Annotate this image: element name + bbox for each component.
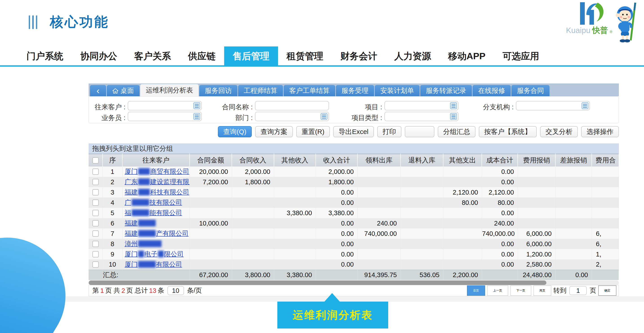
row-checkbox[interactable] xyxy=(92,179,99,185)
column-header-5[interactable]: 其他收入 xyxy=(274,154,316,166)
row-number-cell: 9 xyxy=(102,249,122,260)
grid-cell xyxy=(400,187,443,198)
toolbar-button-4[interactable]: 导出Excel xyxy=(333,126,374,137)
prev-page-button[interactable]: 上一页 xyxy=(487,286,508,296)
toolbar-button-10[interactable]: 选择操作 xyxy=(581,126,619,137)
list-picker-icon[interactable] xyxy=(582,102,588,109)
customer-link[interactable]: 厦门有限公司 xyxy=(125,261,182,268)
toolbar-button-7[interactable]: 分组汇总 xyxy=(438,126,476,137)
column-header-6[interactable]: 收入合计 xyxy=(316,154,358,166)
column-header-2[interactable]: 往来客户 xyxy=(122,154,190,166)
horizontal-scrollbar-thumb[interactable] xyxy=(89,280,546,285)
page-size-input[interactable]: 10 xyxy=(168,286,184,295)
row-checkbox[interactable] xyxy=(92,262,99,268)
nav-item-7[interactable]: 财务会计 xyxy=(332,46,386,66)
customer-link[interactable]: 广技有限公司 xyxy=(125,199,182,206)
row-checkbox[interactable] xyxy=(92,220,99,226)
row-checkbox[interactable] xyxy=(92,230,99,237)
column-header-11[interactable]: 费用报销 xyxy=(518,154,555,166)
row-checkbox[interactable] xyxy=(92,241,99,247)
filter-input-r1c4[interactable] xyxy=(516,101,590,110)
module-tab-2[interactable]: 运维利润分析表 xyxy=(140,84,198,96)
group-drop-zone[interactable]: 拖拽列头到这里以用它分组 xyxy=(89,144,619,154)
toolbar-button-8[interactable]: 按客户【系统】 xyxy=(479,126,537,137)
toolbar-button-5[interactable]: 打印 xyxy=(377,126,402,137)
row-checkbox[interactable] xyxy=(92,210,99,216)
customer-link[interactable]: 厦门商贸有限公司 xyxy=(125,168,190,175)
module-tab-4[interactable]: 工程师结算 xyxy=(238,85,283,96)
list-picker-icon[interactable] xyxy=(450,102,457,109)
module-tab-5[interactable]: 客户工单结算 xyxy=(284,85,335,96)
list-picker-icon[interactable] xyxy=(194,102,200,109)
goto-page-input[interactable]: 1 xyxy=(569,286,587,295)
confirm-button[interactable]: 确定 xyxy=(598,286,616,296)
list-picker-icon[interactable] xyxy=(450,113,457,120)
nav-item-10[interactable]: 可选应用 xyxy=(494,46,548,66)
module-tab-9[interactable]: 在线报修 xyxy=(472,85,511,96)
list-picker-icon[interactable] xyxy=(194,113,200,120)
summary-cell: 2,200.00 xyxy=(443,270,482,280)
customer-link[interactable]: 厦门电子限公司 xyxy=(125,250,184,258)
query-button[interactable]: 查询(Q) xyxy=(218,126,252,137)
first-page-button[interactable]: 首页 xyxy=(467,286,485,296)
filter-input-r2c1[interactable] xyxy=(128,112,202,121)
toolbar-button-9[interactable]: 交叉分析 xyxy=(540,126,578,137)
module-tab-3[interactable]: 服务回访 xyxy=(199,85,238,96)
column-header-1[interactable]: 序 xyxy=(102,154,122,166)
filter-input-r1c1[interactable] xyxy=(128,101,202,110)
nav-item-5[interactable]: 售后管理 xyxy=(224,46,278,66)
next-page-button[interactable]: 下一页 xyxy=(510,286,531,296)
tab-back-button[interactable]: ‹ xyxy=(90,85,106,96)
customer-link[interactable]: 福建产有限公司 xyxy=(125,230,189,237)
row-checkbox[interactable] xyxy=(92,251,99,258)
customer-link[interactable]: 福建 xyxy=(125,220,156,227)
filter-input-r1c2[interactable] xyxy=(255,101,329,110)
grid-cell xyxy=(400,208,443,218)
nav-item-1[interactable]: 门户系统 xyxy=(18,46,72,66)
filter-input-r2c2[interactable] xyxy=(255,112,329,121)
column-header-9[interactable]: 其他支出 xyxy=(443,154,482,166)
grid-cell xyxy=(358,166,400,177)
module-tab-6[interactable]: 服务受理 xyxy=(336,85,374,96)
grid-cell: 740,000.00 xyxy=(482,228,518,239)
customer-link[interactable]: 广东建设监理有限... xyxy=(125,178,190,185)
list-picker-icon[interactable] xyxy=(321,113,328,120)
nav-item-3[interactable]: 客户关系 xyxy=(126,46,180,66)
module-tab-1[interactable]: 桌面 xyxy=(107,85,140,96)
column-header-3[interactable]: 合同金额 xyxy=(190,154,232,166)
grid-cell xyxy=(592,208,619,218)
column-header-7[interactable]: 领料出库 xyxy=(358,154,400,166)
module-tab-8[interactable]: 服务转派记录 xyxy=(420,85,472,96)
filter-input-r2c3[interactable] xyxy=(384,112,458,121)
select-all-checkbox[interactable] xyxy=(92,157,99,164)
nav-item-9[interactable]: 移动APP xyxy=(440,46,494,66)
customer-link[interactable]: 福建科技有限公司 xyxy=(125,188,190,196)
toolbar-empty-box[interactable] xyxy=(405,126,434,137)
nav-item-4[interactable]: 供应链 xyxy=(180,46,224,66)
column-header-12[interactable]: 差旅报销 xyxy=(555,154,592,166)
nav-item-6[interactable]: 租赁管理 xyxy=(278,46,332,66)
row-checkbox[interactable] xyxy=(92,189,99,196)
grid-cell xyxy=(232,239,274,249)
module-tab-10[interactable]: 服务合同 xyxy=(512,85,550,96)
column-header-13[interactable]: 费用合 xyxy=(592,154,619,166)
nav-item-2[interactable]: 协同办公 xyxy=(72,46,126,66)
module-tab-7[interactable]: 安装计划单 xyxy=(375,85,420,96)
row-checkbox[interactable] xyxy=(92,168,99,175)
column-header-8[interactable]: 退料入库 xyxy=(400,154,443,166)
toolbar-button-3[interactable]: 重置(R) xyxy=(296,126,330,137)
grid-cell: 1, xyxy=(592,249,619,260)
grid-cell xyxy=(232,187,274,198)
row-checkbox[interactable] xyxy=(92,200,99,206)
last-page-button[interactable]: 尾页 xyxy=(534,286,552,296)
filter-input-r1c3[interactable] xyxy=(384,101,458,110)
column-header-10[interactable]: 成本合计 xyxy=(482,154,518,166)
summary-row: 汇总:67,200.003,800.003,380.00914,395.7553… xyxy=(89,270,619,280)
column-header-4[interactable]: 合同收入 xyxy=(232,154,274,166)
nav-item-8[interactable]: 人力资源 xyxy=(386,46,440,66)
customer-link[interactable]: 漳州 xyxy=(125,240,162,247)
horizontal-scrollbar[interactable] xyxy=(89,280,619,285)
customer-link[interactable]: 福能有限公司 xyxy=(125,209,182,216)
grid-cell: 240.00 xyxy=(482,218,518,228)
toolbar-button-2[interactable]: 查询方案 xyxy=(255,126,293,137)
